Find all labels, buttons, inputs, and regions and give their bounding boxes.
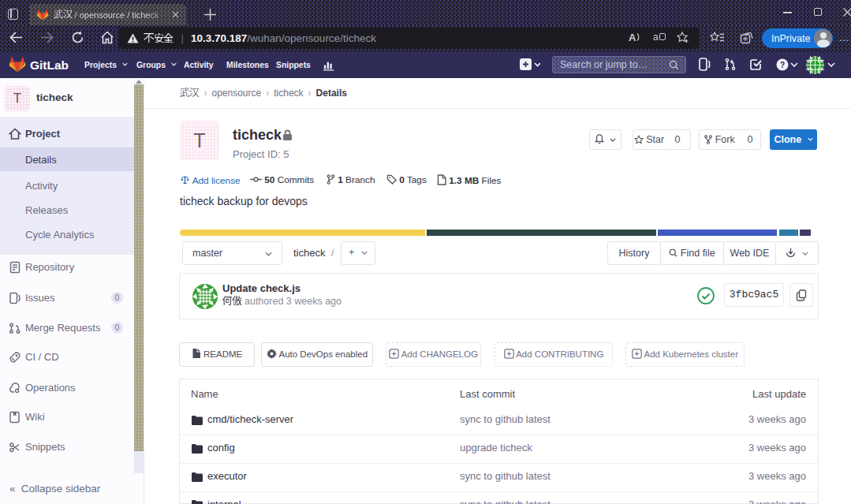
svg-text:?: ? [780, 61, 785, 69]
